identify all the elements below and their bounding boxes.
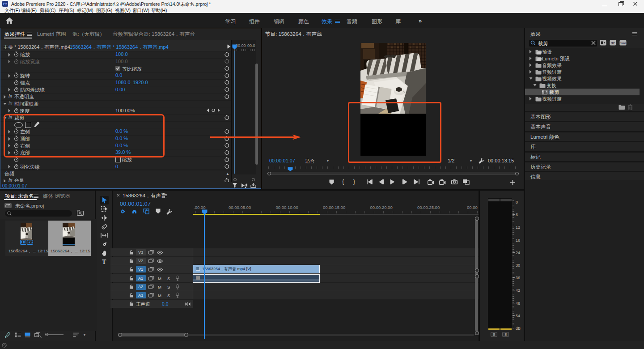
svg-text:32: 32 <box>611 41 614 45</box>
svg-text:YUV: YUV <box>620 42 626 45</box>
